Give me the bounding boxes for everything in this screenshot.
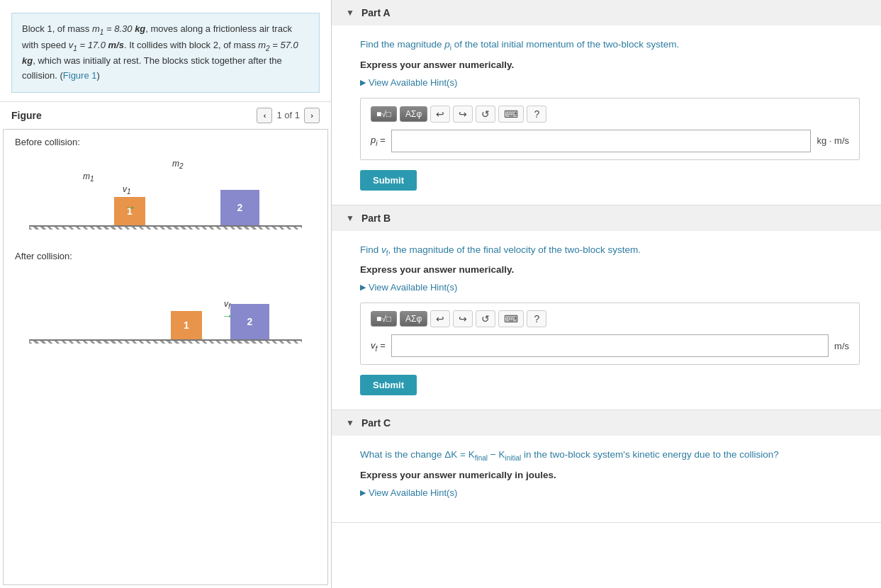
part-a-q-teal: Find the magnitude pi of the total initi…: [360, 39, 679, 50]
part-b-body: Find vf, the magnitude of the final velo…: [332, 231, 881, 410]
matrix-button-a[interactable]: ■√□: [371, 106, 397, 122]
problem-text: Block 1, of mass m1 = 8.30 kg, moves alo…: [11, 13, 320, 93]
part-c-question: What is the change ΔK = Kfinal − Kinitia…: [360, 447, 860, 464]
hint-c-arrow: ▶: [360, 488, 366, 497]
part-a-toolbar: ■√□ ΑΣφ ↩ ↪ ↺ ⌨: [371, 106, 849, 123]
m1-label: m1 = 8.30 kg: [92, 23, 145, 34]
part-b-toolbar: ■√□ ΑΣφ ↩ ↪ ↺ ⌨: [371, 310, 849, 327]
hint-b-arrow: ▶: [360, 283, 366, 292]
after-collision-diagram: 1 2 → vf: [15, 266, 316, 344]
help-button-a[interactable]: ?: [527, 106, 546, 123]
vf-arrow: →: [222, 310, 233, 322]
matrix-button-b[interactable]: ■√□: [371, 311, 397, 327]
part-b-question: Find vf, the magnitude of the final velo…: [360, 242, 860, 259]
before-collision-label: Before collision:: [15, 137, 316, 147]
vf-label-above: vf: [224, 299, 230, 310]
figure-section: Figure ‹ 1 of 1 › Before collision: m2 m…: [0, 101, 331, 588]
redo-button-b[interactable]: ↪: [453, 310, 473, 327]
part-a-answer-input[interactable]: [391, 130, 812, 152]
part-b-express: Express your answer numerically.: [360, 264, 860, 275]
block2-after: 2: [230, 304, 269, 339]
part-b-toggle[interactable]: ▼: [346, 213, 354, 223]
part-b-q-teal: Find vf, the magnitude of the final velo…: [360, 244, 641, 255]
next-figure-button[interactable]: ›: [304, 108, 320, 123]
m2-label: m2 = 57.0 kg: [22, 40, 298, 67]
part-a-express: Express your answer numerically.: [360, 60, 860, 70]
part-b-input-area: ■√□ ΑΣφ ↩ ↪ ↺ ⌨: [360, 303, 860, 365]
part-a-submit[interactable]: Submit: [360, 170, 417, 191]
hint-b-label: View Available Hint(s): [369, 282, 457, 293]
part-c-toggle[interactable]: ▼: [346, 418, 354, 428]
prev-figure-button[interactable]: ‹: [257, 108, 272, 123]
figure-header: Figure ‹ 1 of 1 ›: [0, 101, 331, 129]
after-collision-label: After collision:: [15, 251, 316, 261]
redo-button-a[interactable]: ↪: [453, 106, 473, 123]
m1-above-label: m1: [83, 171, 94, 183]
undo-button-b[interactable]: ↩: [430, 310, 450, 327]
part-a-answer-label: pi =: [371, 135, 386, 147]
block1-after: 1: [171, 311, 202, 339]
part-b-answer-row: vf = m/s: [371, 334, 849, 357]
figure-count: 1 of 1: [276, 110, 300, 120]
part-a-answer-row: pi = kg · m/s: [371, 130, 849, 152]
figure-nav: ‹ 1 of 1 ›: [257, 108, 320, 123]
part-a-question: Find the magnitude pi of the total initi…: [360, 37, 860, 54]
part-a-toggle[interactable]: ▼: [346, 8, 354, 18]
block2-before: 2: [220, 190, 259, 225]
figure-title: Figure: [11, 110, 42, 121]
part-a-input-area: ■√□ ΑΣφ ↩ ↪ ↺ ⌨: [360, 98, 860, 160]
hint-a-arrow: ▶: [360, 78, 366, 87]
before-collision-diagram: m2 m1 v1 1 → 2: [15, 152, 316, 230]
part-b-hint[interactable]: ▶ View Available Hint(s): [360, 282, 860, 293]
part-c-body: What is the change ΔK = Kfinal − Kinitia…: [332, 436, 881, 522]
part-b-answer-input[interactable]: [391, 334, 829, 357]
m2-above-label: m2: [172, 159, 184, 170]
reset-button-a[interactable]: ↺: [476, 106, 495, 123]
figure-content: Before collision: m2 m1 v1 1 → 2: [3, 129, 328, 585]
left-panel: Block 1, of mass m1 = 8.30 kg, moves alo…: [0, 0, 332, 588]
undo-button-a[interactable]: ↩: [430, 106, 450, 123]
v1-label: v1 = 17.0 m/s: [69, 40, 124, 50]
reset-button-b[interactable]: ↺: [476, 310, 495, 327]
ground-after: [29, 339, 302, 344]
keyboard-button-b[interactable]: ⌨: [498, 310, 524, 327]
part-a-unit: kg · m/s: [817, 135, 849, 146]
greek-button-a[interactable]: ΑΣφ: [400, 106, 427, 122]
greek-button-b[interactable]: ΑΣφ: [400, 311, 427, 327]
part-c-hint[interactable]: ▶ View Available Hint(s): [360, 487, 860, 498]
part-a-body: Find the magnitude pi of the total initi…: [332, 26, 881, 205]
part-b-title: Part B: [361, 213, 391, 224]
part-c-section: ▼ Part C What is the change ΔK = Kfinal …: [332, 410, 881, 523]
part-c-express: Express your answer numerically in joule…: [360, 470, 860, 480]
part-a-section: ▼ Part A Find the magnitude pi of the to…: [332, 0, 881, 205]
part-b-section: ▼ Part B Find vf, the magnitude of the f…: [332, 205, 881, 411]
part-b-submit[interactable]: Submit: [360, 375, 417, 395]
part-c-q-teal: What is the change ΔK = Kfinal − Kinitia…: [360, 449, 779, 460]
part-a-header: ▼ Part A: [332, 0, 881, 26]
hint-a-label: View Available Hint(s): [369, 77, 457, 88]
part-c-title: Part C: [361, 417, 391, 429]
part-a-title: Part A: [361, 7, 391, 18]
part-b-unit: m/s: [834, 341, 849, 351]
part-b-header: ▼ Part B: [332, 205, 881, 231]
ground-before: [29, 225, 302, 230]
hint-c-label: View Available Hint(s): [369, 487, 457, 498]
v1-above-label: v1: [123, 184, 131, 196]
v1-arrow: →: [125, 201, 136, 214]
part-a-hint[interactable]: ▶ View Available Hint(s): [360, 77, 860, 88]
part-b-answer-label: vf =: [371, 340, 386, 353]
right-panel: ▼ Part A Find the magnitude pi of the to…: [332, 0, 881, 588]
part-c-header: ▼ Part C: [332, 410, 881, 436]
help-button-b[interactable]: ?: [527, 310, 546, 327]
figure-link[interactable]: Figure 1: [63, 70, 97, 81]
keyboard-button-a[interactable]: ⌨: [498, 106, 524, 123]
